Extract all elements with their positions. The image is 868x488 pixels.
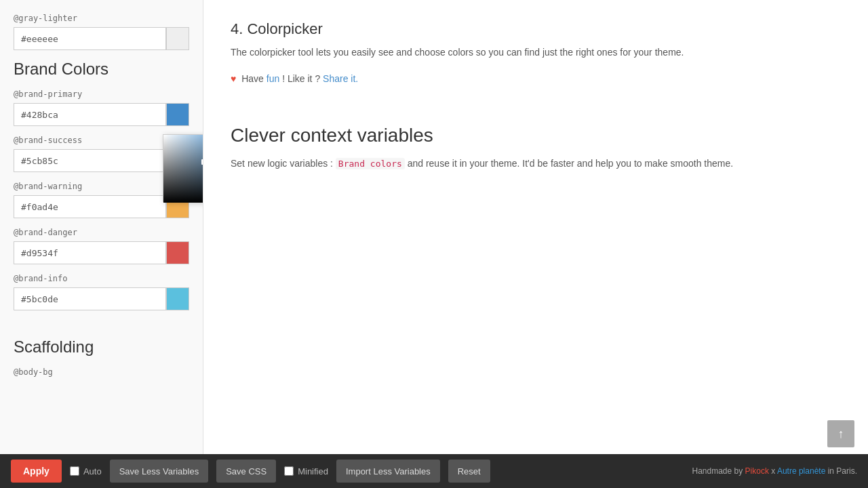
fun-text: ♥ Have fun ! Like it ? Share it. xyxy=(231,73,841,84)
fun-mid: ! Like it ? xyxy=(282,73,323,84)
brand-danger-swatch[interactable] xyxy=(166,241,189,264)
reset-button[interactable]: Reset xyxy=(448,460,490,483)
fun-link[interactable]: fun xyxy=(267,73,279,84)
brand-danger-input[interactable] xyxy=(14,241,166,264)
brand-primary-swatch[interactable] xyxy=(166,103,189,126)
auto-label: Auto xyxy=(83,466,102,476)
gray-lighter-input[interactable] xyxy=(14,27,166,50)
minified-label: Minified xyxy=(298,466,328,476)
brand-info-row xyxy=(14,287,189,310)
brand-primary-label: @brand-primary xyxy=(14,89,189,99)
brand-success-input[interactable] xyxy=(14,149,166,172)
clever-code: Brand colors xyxy=(336,158,405,169)
import-less-button[interactable]: Import Less Variables xyxy=(336,460,440,483)
colorpicker-cursor xyxy=(201,159,203,165)
brand-primary-row xyxy=(14,103,189,126)
gray-lighter-row xyxy=(14,27,189,50)
footer-mid: x xyxy=(769,466,777,476)
share-link[interactable]: Share it. xyxy=(323,73,358,84)
autre-planete-link[interactable]: Autre planète xyxy=(777,466,825,476)
toolbar-right: Handmade by Pikock x Autre planète in Pa… xyxy=(692,466,857,476)
brand-info-input[interactable] xyxy=(14,287,166,310)
auto-checkbox-wrapper: Auto xyxy=(70,466,102,476)
brand-info-label: @brand-info xyxy=(14,274,189,283)
minified-wrapper: Minified xyxy=(284,466,328,476)
main-content: @gray-lighter Brand Colors @brand-primar… xyxy=(0,0,868,454)
heart-icon: ♥ xyxy=(231,73,236,84)
section-number: 4. Colorpicker xyxy=(231,20,841,38)
pikock-link[interactable]: Pikock xyxy=(745,466,769,476)
section-description: The colorpicker tool lets you easily see… xyxy=(231,45,841,60)
fun-prefix: Have xyxy=(241,73,267,84)
brand-primary-input[interactable] xyxy=(14,103,166,126)
gray-lighter-label: @gray-lighter xyxy=(14,14,189,23)
colorpicker-popup[interactable] xyxy=(163,134,203,202)
scroll-top-button[interactable]: ↑ xyxy=(827,420,854,447)
brand-danger-label: @brand-danger xyxy=(14,228,189,237)
clever-desc-suffix: and reuse it in your theme. It'd be fast… xyxy=(405,158,733,169)
left-panel: @gray-lighter Brand Colors @brand-primar… xyxy=(0,0,203,454)
brand-warning-input[interactable] xyxy=(14,195,166,218)
page-wrapper: @gray-lighter Brand Colors @brand-primar… xyxy=(0,0,868,488)
colorpicker-gradient[interactable] xyxy=(163,135,203,203)
save-less-button[interactable]: Save Less Variables xyxy=(110,460,209,483)
footer-end: in Paris. xyxy=(825,466,857,476)
gray-lighter-swatch[interactable] xyxy=(166,27,189,50)
clever-description: Set new logic variables : Brand colors a… xyxy=(231,156,841,171)
scaffolding-title: Scaffolding xyxy=(14,338,189,357)
minified-checkbox[interactable] xyxy=(284,466,294,476)
footer-text: Handmade by xyxy=(692,466,745,476)
auto-checkbox[interactable] xyxy=(70,466,79,476)
apply-button[interactable]: Apply xyxy=(11,460,62,483)
clever-title: Clever context variables xyxy=(231,125,841,146)
right-panel: 4. Colorpicker The colorpicker tool lets… xyxy=(203,0,868,454)
brand-danger-row xyxy=(14,241,189,264)
brand-colors-title: Brand Colors xyxy=(14,60,189,79)
save-css-button[interactable]: Save CSS xyxy=(216,460,276,483)
clever-desc-prefix: Set new logic variables : xyxy=(231,158,336,169)
body-bg-label: @body-bg xyxy=(14,367,189,377)
bottom-toolbar: Apply Auto Save Less Variables Save CSS … xyxy=(0,454,868,488)
brand-info-swatch[interactable] xyxy=(166,287,189,310)
clever-section: Clever context variables Set new logic v… xyxy=(231,125,841,171)
